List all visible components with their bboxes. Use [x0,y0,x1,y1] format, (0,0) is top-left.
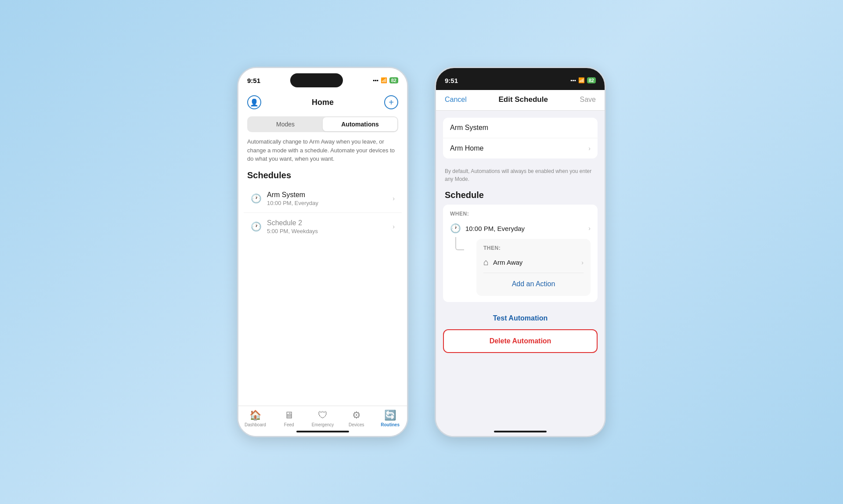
automations-tab[interactable]: Automations [323,117,397,131]
when-chevron: › [588,225,591,232]
cancel-button[interactable]: Cancel [445,96,467,104]
schedule-item-2[interactable]: 🕐 Schedule 2 5:00 PM, Weekdays › [244,213,402,241]
routines-icon: 🔄 [384,410,396,421]
nav-title: Edit Schedule [498,95,548,104]
save-button[interactable]: Save [580,96,596,104]
tab-dashboard-label: Dashboard [245,422,266,427]
test-automation-button[interactable]: Test Automation [443,307,598,329]
connector-line [455,237,464,250]
modes-tab[interactable]: Modes [248,117,323,131]
chevron-icon-1: › [393,195,395,202]
left-phone: 9:51 ▪▪▪ 📶 82 👤 Home + Modes Automations [237,67,408,437]
tab-dashboard[interactable]: 🏠 Dashboard [238,410,272,427]
status-bar-right: 9:51 ▪▪▪ 📶 82 [436,68,605,90]
right-content: Arm System Arm Home › By default, Automa… [436,111,605,360]
schedule-1-subtitle: 10:00 PM, Everyday [267,200,387,206]
add-action-button[interactable]: Add an Action [483,278,584,290]
clock-icon-when: 🕐 [450,223,461,234]
tab-routines[interactable]: 🔄 Routines [373,410,407,427]
arm-mode-card: Arm System Arm Home › [443,118,598,158]
description-text: Automatically change to Arm Away when yo… [238,137,407,170]
battery-right: 82 [587,77,596,83]
user-icon-btn[interactable]: 👤 [247,95,261,109]
app-header: 👤 Home + [238,90,407,115]
right-phone-content: Cancel Edit Schedule Save Arm System Arm… [436,90,605,436]
dynamic-island-left [290,73,343,87]
arm-away-text: Arm Away [493,259,577,266]
tab-emergency[interactable]: 🛡 Emergency [306,410,340,427]
tab-feed-label: Feed [284,422,294,427]
schedule-2-title: Schedule 2 [267,219,387,227]
home-indicator-left [296,431,349,432]
schedules-list: 🕐 Arm System 10:00 PM, Everyday › 🕐 Sche… [244,185,402,241]
then-connector [450,239,464,296]
home-indicator-right [494,431,547,432]
when-time-item[interactable]: 🕐 10:00 PM, Everyday › [450,221,591,235]
arm-system-item[interactable]: Arm System [443,118,598,138]
nav-bar: Cancel Edit Schedule Save [436,90,605,111]
arm-away-chevron: › [581,259,584,266]
page-title-left: Home [312,98,334,107]
when-time-text: 10:00 PM, Everyday [465,225,584,232]
tab-emergency-label: Emergency [312,422,334,427]
when-card: WHEN: 🕐 10:00 PM, Everyday › THEN: ⌂ [443,205,598,302]
schedule-1-title: Arm System [267,191,387,199]
tab-devices-label: Devices [349,422,364,427]
plus-icon: + [389,97,394,108]
feed-icon: 🖥 [284,410,294,421]
arm-home-chevron: › [588,145,591,152]
schedule-1-text: Arm System 10:00 PM, Everyday [267,191,387,206]
then-card: THEN: ⌂ Arm Away › Add an Action [476,239,591,296]
tab-feed[interactable]: 🖥 Feed [272,410,306,427]
tab-devices[interactable]: ⚙ Devices [339,410,373,427]
wifi-icon-right: 📶 [578,77,585,83]
schedule-section-title: Schedule [443,188,598,205]
time-right: 9:51 [445,77,458,84]
left-phone-content: 👤 Home + Modes Automations Automatically… [238,90,407,436]
schedules-title: Schedules [238,170,407,185]
when-label: WHEN: [450,211,591,217]
devices-icon: ⚙ [352,410,361,421]
user-icon: 👤 [250,98,259,107]
signal-icon-right: ▪▪▪ [570,77,576,83]
schedule-2-text: Schedule 2 5:00 PM, Weekdays [267,219,387,234]
then-label: THEN: [483,245,584,251]
then-section: THEN: ⌂ Arm Away › Add an Action [450,239,591,296]
segment-control: Modes Automations [247,116,398,132]
emergency-icon: 🛡 [318,410,328,421]
wifi-icon-left: 📶 [381,77,387,83]
tab-routines-label: Routines [381,422,400,427]
signal-icon-left: ▪▪▪ [373,77,378,83]
dynamic-island-right [488,73,540,87]
dashboard-icon: 🏠 [249,410,261,421]
status-bar-left: 9:51 ▪▪▪ 📶 82 [238,68,407,90]
arm-system-label: Arm System [450,124,591,132]
schedule-2-subtitle: 5:00 PM, Weekdays [267,228,387,234]
house-icon: ⌂ [483,257,489,267]
time-left: 9:51 [247,77,260,84]
status-icons-left: ▪▪▪ 📶 82 [373,77,398,83]
battery-left: 82 [389,77,398,83]
add-button[interactable]: + [384,95,398,109]
delete-automation-button[interactable]: Delete Automation [443,329,598,353]
clock-icon-2: 🕐 [251,221,262,232]
arm-home-label: Arm Home [450,144,583,152]
right-phone: 9:51 ▪▪▪ 📶 82 Cancel Edit Schedule Save … [435,67,606,437]
arm-away-item[interactable]: ⌂ Arm Away › [483,256,584,273]
arm-home-item[interactable]: Arm Home › [443,138,598,158]
info-text: By default, Automations will always be e… [443,164,598,188]
schedule-item-1[interactable]: 🕐 Arm System 10:00 PM, Everyday › [244,185,402,213]
status-icons-right: ▪▪▪ 📶 82 [570,77,596,83]
chevron-icon-2: › [393,223,395,230]
clock-icon-1: 🕐 [251,193,262,204]
